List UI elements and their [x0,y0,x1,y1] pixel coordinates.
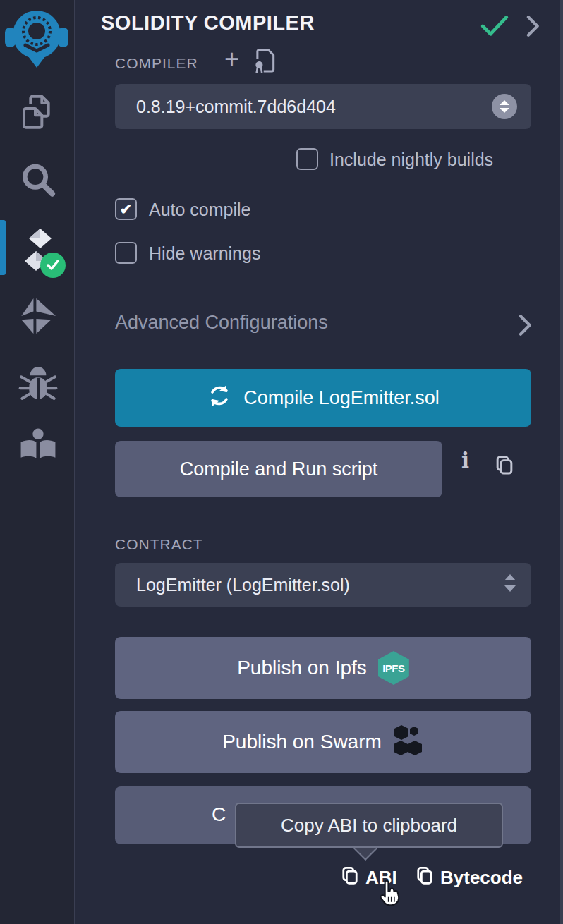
hide-warnings-checkbox[interactable] [115,242,137,264]
sidebar-item-deploy-and-run[interactable] [0,296,75,339]
hide-warnings-label[interactable]: Hide warnings [149,243,260,264]
compile-and-run-button[interactable]: Compile and Run script [115,441,442,497]
search-icon [19,161,57,203]
include-nightly-checkbox[interactable] [296,148,318,170]
compile-button-label: Compile LogEmitter.sol [243,387,440,409]
copy-script-icon[interactable] [494,454,515,480]
publish-ipfs-button[interactable]: Publish on Ipfs IPFS [115,637,531,699]
panel-collapse-chevron-icon[interactable] [525,14,542,41]
solidity-icon [16,227,60,274]
page-title: SOLIDITY COMPILER [101,11,315,35]
compiler-version-value: 0.8.19+commit.7dd6d404 [136,97,336,117]
sidebar-item-search[interactable] [0,161,75,203]
add-compiler-icon[interactable]: + [224,47,239,72]
contract-select[interactable]: LogEmitter (LogEmitter.sol) [115,563,531,607]
advanced-configurations-toggle[interactable]: Advanced Configurations [115,312,328,334]
tooltip-text: Copy ABI to clipboard [281,815,457,837]
compiler-section-label: COMPILER [115,55,198,72]
publish-ipfs-label: Publish on Ipfs [237,657,367,679]
compilation-details-visible-text: C [212,803,226,826]
green-check-badge [40,253,66,278]
contract-section-label: CONTRACT [115,536,203,553]
ethereum-arrow-icon [18,296,59,339]
book-reader-icon [19,427,57,467]
copy-icon [340,865,360,889]
publish-swarm-label: Publish on Swarm [222,731,382,753]
copy-icon [415,865,435,889]
ipfs-icon: IPFS [378,651,409,685]
auto-compile-checkbox[interactable]: ✔ [115,198,137,220]
copy-abi-tooltip: Copy ABI to clipboard [235,803,503,848]
compiler-version-select[interactable]: 0.8.19+commit.7dd6d404 [115,84,531,129]
sidebar-item-debugger[interactable] [0,365,75,406]
bug-icon [18,365,58,406]
sidebar-item-file-explorer[interactable] [0,92,75,134]
bytecode-label: Bytecode [440,867,523,889]
select-updown-circle-icon [492,94,517,119]
contract-select-value: LogEmitter (LogEmitter.sol) [136,575,350,595]
sidebar-item-documentation[interactable] [0,427,75,467]
swarm-icon [392,724,424,761]
advanced-chevron-right-icon[interactable] [517,313,534,340]
icon-sidebar [0,0,75,924]
auto-compile-label[interactable]: Auto compile [149,200,251,220]
select-updown-arrows-icon [503,573,517,597]
remix-logo[interactable] [4,4,69,69]
refresh-icon [207,383,232,413]
compile-success-check-icon [480,14,509,41]
checkmark-glyph: ✔ [120,202,133,217]
copy-pages-icon [19,92,57,134]
publish-swarm-button[interactable]: Publish on Swarm [115,711,531,773]
compile-button[interactable]: Compile LogEmitter.sol [115,369,531,427]
copy-bytecode-link[interactable]: Bytecode [415,865,523,889]
compile-and-run-label: Compile and Run script [180,458,378,480]
mouse-cursor-hand-icon [377,879,404,911]
remix-solidity-compiler-panel: SOLIDITY COMPILER COMPILER + 0.8.19+comm… [0,0,563,924]
sidebar-item-solidity-compiler[interactable] [0,227,75,274]
scrollbar-track[interactable] [560,0,563,924]
info-icon[interactable]: i [461,449,469,473]
include-nightly-label[interactable]: Include nightly builds [329,150,493,170]
document-badge-icon[interactable] [253,48,277,78]
